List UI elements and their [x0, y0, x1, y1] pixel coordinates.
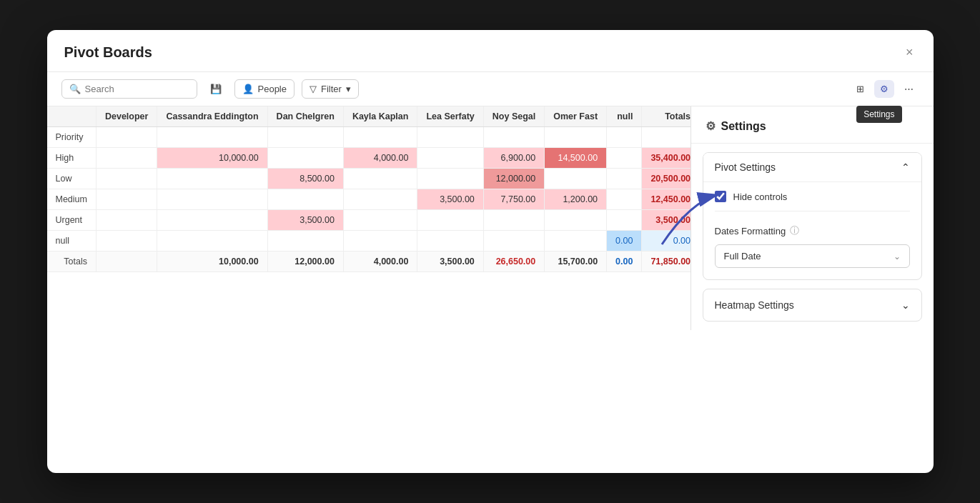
modal-header: Pivot Boards ×	[47, 30, 934, 72]
settings-panel-title: Settings	[721, 120, 766, 133]
gear-icon: ⚙	[880, 84, 889, 94]
heatmap-chevron-icon: ⌄	[901, 299, 910, 311]
dates-info-icon[interactable]: ⓘ	[790, 224, 799, 237]
full-date-dropdown[interactable]: Full Date ⌄	[715, 244, 910, 268]
modal-title: Pivot Boards	[64, 44, 152, 61]
col-header-lea: Lea Serfaty	[417, 106, 483, 127]
pivot-settings-chevron-icon: ⌃	[901, 161, 910, 173]
search-icon: 🔍	[69, 84, 81, 94]
table-area: Developer Cassandra Eddington Dan Chelgr…	[47, 106, 691, 330]
heatmap-settings-label: Heatmap Settings	[715, 299, 794, 311]
dropdown-chevron-icon: ⌄	[894, 252, 901, 262]
save-icon: 💾	[210, 84, 222, 94]
col-header-omer: Omer Fast	[545, 106, 607, 127]
row-label: Medium	[47, 189, 96, 210]
pivot-table: Developer Cassandra Eddington Dan Chelgr…	[47, 106, 691, 272]
pivot-settings-label: Pivot Settings	[715, 161, 776, 173]
main-content: Developer Cassandra Eddington Dan Chelgr…	[47, 106, 934, 330]
dates-section: Dates Formatting ⓘ Full Date ⌄	[715, 219, 910, 271]
toolbar-right: ⊞ ⚙ Settings ⋯	[851, 80, 919, 98]
dates-formatting-row: Dates Formatting ⓘ	[715, 224, 910, 237]
totals-label: Totals	[47, 252, 96, 272]
row-label: Priority	[47, 127, 96, 148]
table-row: null 0.00 0.00	[47, 231, 691, 252]
pivot-settings-body: Hide controls Dates Formatting ⓘ Full Da…	[703, 181, 921, 279]
section-divider	[715, 211, 910, 211]
save-view-button[interactable]: 💾	[204, 80, 227, 98]
filter-icon: ▽	[310, 84, 317, 94]
hide-controls-label: Hide controls	[733, 191, 788, 202]
col-header-empty	[47, 106, 96, 127]
row-label: High	[47, 148, 96, 169]
row-label: Urgent	[47, 210, 96, 231]
col-header-cassandra: Cassandra Eddington	[157, 106, 267, 127]
filter-label: Filter	[321, 84, 342, 94]
toolbar: 🔍 💾 👤 People ▽ Filter ▾ ⊞ ⚙ Settings	[47, 72, 934, 106]
people-label: People	[258, 84, 287, 94]
more-options-button[interactable]: ⋯	[899, 80, 919, 98]
dates-formatting-label: Dates Formatting	[715, 226, 786, 236]
pivot-settings-section: Pivot Settings ⌃ Hide controls Dates For…	[703, 152, 922, 280]
settings-tooltip: Settings	[856, 106, 901, 123]
totals-row: Totals 10,000.00 12,000.00 4,000.00 3,50…	[47, 252, 691, 272]
hide-controls-row: Hide controls	[715, 191, 910, 202]
row-label: null	[47, 231, 96, 252]
row-label: Low	[47, 169, 96, 189]
table-row: Urgent 3,500.00 3,500.00	[47, 210, 691, 231]
col-header-null: null	[607, 106, 642, 127]
table-header-row: Developer Cassandra Eddington Dan Chelgr…	[47, 106, 691, 127]
pivot-settings-header[interactable]: Pivot Settings ⌃	[703, 153, 921, 181]
table-wrapper: Developer Cassandra Eddington Dan Chelgr…	[47, 106, 691, 272]
more-icon: ⋯	[904, 84, 914, 94]
settings-button[interactable]: ⚙	[874, 80, 894, 98]
table-row: Medium 3,500.00 7,750.00 1,200.00 12,450…	[47, 189, 691, 210]
hide-controls-checkbox[interactable]	[715, 191, 726, 202]
filter-chevron-icon: ▾	[346, 84, 351, 94]
heatmap-settings-section: Heatmap Settings ⌄	[703, 289, 922, 322]
search-box[interactable]: 🔍	[61, 79, 197, 99]
pivot-boards-modal: Pivot Boards × 🔍 💾 👤 People ▽ Filter ▾ ⊞…	[47, 30, 934, 473]
heatmap-settings-header[interactable]: Heatmap Settings ⌄	[703, 289, 921, 321]
layout-toggle-button[interactable]: ⊞	[851, 80, 870, 98]
people-icon: 👤	[242, 84, 254, 94]
col-header-dan: Dan Chelgren	[267, 106, 343, 127]
people-button[interactable]: 👤 People	[234, 79, 295, 99]
col-header-noy: Noy Segal	[483, 106, 544, 127]
col-header-developer: Developer	[96, 106, 157, 127]
table-row: High 10,000.00 4,000.00 6,900.00 14,500.…	[47, 148, 691, 169]
filter-button[interactable]: ▽ Filter ▾	[302, 79, 359, 99]
close-button[interactable]: ×	[903, 43, 916, 61]
search-input[interactable]	[85, 84, 189, 94]
full-date-label: Full Date	[724, 251, 761, 262]
settings-panel: ⚙ Settings Pivot Settings ⌃ Hide control…	[691, 106, 934, 330]
col-header-totals: Totals	[642, 106, 691, 127]
table-row: Low 8,500.00 12,000.00 20,500.00	[47, 169, 691, 189]
settings-panel-gear-icon: ⚙	[706, 119, 716, 133]
layout-icon: ⊞	[856, 84, 864, 94]
table-row: Priority	[47, 127, 691, 148]
col-header-kayla: Kayla Kaplan	[343, 106, 417, 127]
